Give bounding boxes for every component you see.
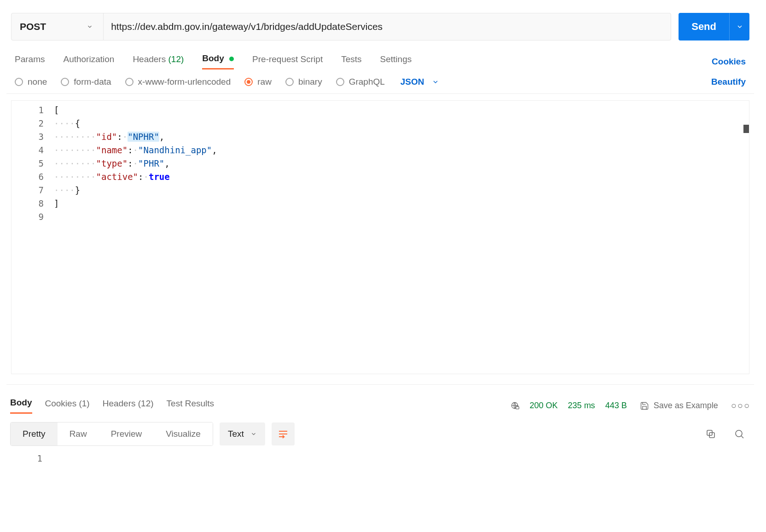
beautify-button[interactable]: Beautify xyxy=(711,77,746,87)
chevron-down-icon xyxy=(87,23,93,30)
tab-headers[interactable]: Headers (12) xyxy=(133,54,184,69)
body-language-label: JSON xyxy=(400,77,424,87)
request-body-editor[interactable]: 1[ 2····{ 3········"id":·"NPHR", 4······… xyxy=(11,100,749,374)
tab-headers-count: (12) xyxy=(168,54,184,64)
request-bar: POST Send xyxy=(6,6,754,40)
body-type-binary[interactable]: binary xyxy=(285,77,322,87)
tab-settings[interactable]: Settings xyxy=(380,54,412,69)
svg-line-7 xyxy=(742,436,744,439)
body-type-row: none form-data x-www-form-urlencoded raw… xyxy=(6,69,754,94)
resp-tab-body[interactable]: Body xyxy=(10,398,32,414)
json-key-id: "id" xyxy=(96,132,117,142)
radio-icon xyxy=(285,78,294,86)
line-number: 1 xyxy=(10,453,52,463)
save-as-example-label: Save as Example xyxy=(654,401,718,411)
send-dropdown[interactable] xyxy=(729,13,749,40)
radio-icon xyxy=(336,78,344,86)
view-mode-raw[interactable]: Raw xyxy=(58,422,99,445)
body-type-raw-label: raw xyxy=(257,77,272,87)
response-content-type-label: Text xyxy=(228,429,244,439)
response-tabs: Body Cookies (1) Headers (12) Test Resul… xyxy=(6,384,754,414)
http-method-select[interactable]: POST xyxy=(12,13,103,40)
radio-selected-icon xyxy=(244,78,253,86)
line-number: 4 xyxy=(12,144,54,157)
body-type-graphql[interactable]: GraphQL xyxy=(336,77,385,87)
response-status-group: 200 OK 235 ms 443 B xyxy=(511,401,627,411)
response-toolbar: Pretty Raw Preview Visualize Text xyxy=(6,414,754,446)
tab-tests[interactable]: Tests xyxy=(341,54,361,69)
resp-tab-test-results[interactable]: Test Results xyxy=(167,399,214,413)
body-type-none-label: none xyxy=(28,77,47,87)
line-number: 3 xyxy=(12,130,54,144)
wrap-lines-button[interactable] xyxy=(272,422,295,445)
response-view-mode-segment: Pretty Raw Preview Visualize xyxy=(10,422,213,446)
resp-tab-headers-count: (12) xyxy=(138,399,154,408)
line-number: 8 xyxy=(12,197,54,210)
more-options-icon[interactable]: ○○○ xyxy=(731,400,750,411)
cookies-link[interactable]: Cookies xyxy=(712,57,746,67)
json-key-type: "type" xyxy=(96,158,128,168)
body-language-select[interactable]: JSON xyxy=(400,77,439,87)
code-editor-content: 1[ 2····{ 3········"id":·"NPHR", 4······… xyxy=(12,101,749,224)
body-type-form-data[interactable]: form-data xyxy=(61,77,111,87)
json-val-active: true xyxy=(149,172,170,182)
response-status: 200 OK xyxy=(530,401,558,411)
json-val-type: "PHR" xyxy=(138,158,164,168)
tab-prerequest[interactable]: Pre-request Script xyxy=(252,54,323,69)
body-type-raw[interactable]: raw xyxy=(244,77,272,87)
save-as-example-button[interactable]: Save as Example xyxy=(640,401,718,411)
line-number: 7 xyxy=(12,184,54,197)
json-key-name: "name" xyxy=(96,145,128,155)
request-url-input[interactable] xyxy=(103,13,671,40)
radio-icon xyxy=(15,78,23,86)
resp-tab-headers-label: Headers xyxy=(103,399,136,408)
resp-tab-cookies-label: Cookies xyxy=(45,399,77,408)
resp-tab-headers[interactable]: Headers (12) xyxy=(103,399,154,413)
response-time: 235 ms xyxy=(568,401,595,411)
line-number: 6 xyxy=(12,170,54,184)
body-type-form-data-label: form-data xyxy=(74,77,111,87)
json-key-active: "active" xyxy=(96,172,139,182)
response-body-editor[interactable]: 1 xyxy=(6,446,754,471)
send-button-group: Send xyxy=(679,13,749,40)
scrollb641r-marker[interactable] xyxy=(743,125,749,133)
resp-tab-cookies[interactable]: Cookies (1) xyxy=(45,399,90,413)
method-url-group: POST xyxy=(11,13,671,40)
tab-params[interactable]: Params xyxy=(15,54,45,69)
view-mode-preview[interactable]: Preview xyxy=(99,422,154,445)
view-mode-visualize[interactable]: Visualize xyxy=(154,422,213,445)
line-number: 9 xyxy=(12,210,54,224)
body-type-binary-label: binary xyxy=(298,77,322,87)
body-type-none[interactable]: none xyxy=(15,77,47,87)
line-number: 2 xyxy=(12,117,54,130)
view-mode-pretty[interactable]: Pretty xyxy=(11,422,58,445)
json-val-id: "NPHR" xyxy=(128,132,159,142)
http-method-label: POST xyxy=(20,21,46,32)
json-val-name: "Nandhini_app" xyxy=(138,145,212,155)
tab-body-label: Body xyxy=(202,53,224,63)
tab-body[interactable]: Body xyxy=(202,53,234,69)
body-modified-dot-icon xyxy=(229,57,234,61)
svg-point-6 xyxy=(736,430,742,437)
body-type-xwww-label: x-www-form-urlencoded xyxy=(138,77,231,87)
save-icon xyxy=(640,401,649,411)
body-type-graphql-label: GraphQL xyxy=(349,77,385,87)
response-size: 443 B xyxy=(605,401,627,411)
tab-headers-label: Headers xyxy=(133,54,166,64)
search-response-button[interactable] xyxy=(728,423,750,445)
line-number: 1 xyxy=(12,104,54,117)
radio-icon xyxy=(125,78,133,86)
send-button[interactable]: Send xyxy=(679,13,729,40)
copy-response-button[interactable] xyxy=(700,423,722,445)
response-content-type-select[interactable]: Text xyxy=(220,422,265,445)
body-type-x-www[interactable]: x-www-form-urlencoded xyxy=(125,77,231,87)
globe-lock-icon xyxy=(511,401,520,411)
radio-icon xyxy=(61,78,69,86)
resp-tab-cookies-count: (1) xyxy=(79,399,89,408)
svg-rect-1 xyxy=(516,406,519,409)
tab-authorization[interactable]: Authorization xyxy=(63,54,114,69)
line-number: 5 xyxy=(12,157,54,170)
request-tabs: Params Authorization Headers (12) Body P… xyxy=(6,40,754,69)
